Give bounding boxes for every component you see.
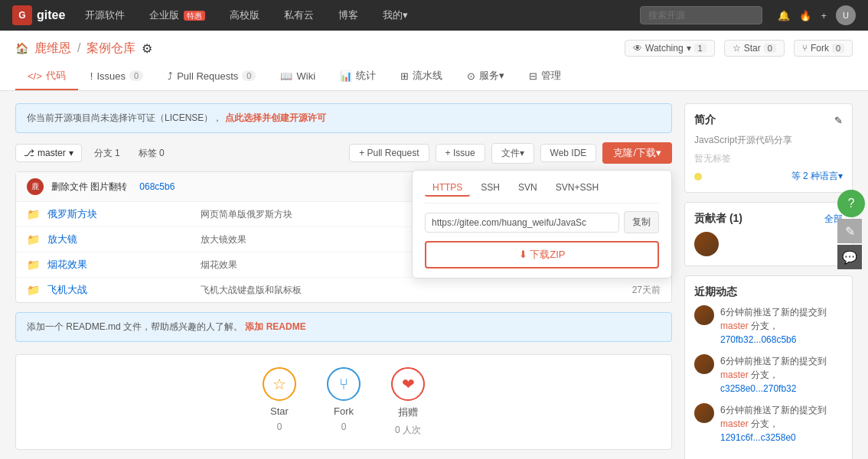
star-icon: ☆ [733,43,741,54]
pipeline-icon: ⊞ [400,70,409,82]
tab-stats[interactable]: 📊 统计 [328,63,388,90]
plus-icon[interactable]: + [821,10,827,21]
branch-selector[interactable]: ⎇ master ▾ [15,144,82,162]
folder-icon: 📁 [27,233,40,246]
license-notice-link[interactable]: 点此选择并创建开源许可 [225,112,326,123]
intro-edit-icon[interactable]: ✎ [834,115,843,126]
repo-owner-link[interactable]: 鹿维恩 [34,41,71,57]
wiki-icon: 📖 [280,70,292,82]
star-label: Star [744,43,761,54]
tab-pullrequests[interactable]: ⤴ Pull Requests 0 [155,64,268,90]
nav-university[interactable]: 高校版 [225,5,264,25]
intro-section: 简介 ✎ JavaScript开源代码分享 暂无标签 等 2 种语言▾ [684,103,853,193]
donate-social-count: 0 人次 [395,424,421,437]
star-button[interactable]: ☆ Star 0 [724,40,785,57]
donate-social-label: 捐赠 [398,405,418,419]
language-bar [694,173,702,181]
activity-sha-link[interactable]: c3258e0...270fb32 [720,383,796,394]
readme-add-link[interactable]: 添加 README [245,321,305,332]
clone-tab-svn[interactable]: SVN [511,180,545,197]
clone-url-row: https://gitee.com/huang_weifu/JavaSc 复制 [425,211,659,233]
user-avatar[interactable]: U [836,5,856,25]
webide-button[interactable]: Web IDE [540,144,597,162]
right-panel: 简介 ✎ JavaScript开源代码分享 暂无标签 等 2 种语言▾ 贡献者 … [684,103,853,459]
issues-icon: ! [90,70,93,82]
search-input[interactable] [640,6,762,24]
fork-button[interactable]: ⑂ Fork 0 [794,40,853,57]
floating-buttons: ? ✎ 💬 [837,190,868,269]
file-name-link[interactable]: 飞机大战 [47,283,201,297]
tab-service[interactable]: ⊙ 服务▾ [455,63,517,90]
language-dropdown[interactable]: 等 2 种语言▾ [791,170,843,183]
commit-message: 删除文件 图片翻转 [51,181,127,194]
activity-text: 6分钟前推送了新的提交到 master 分支， 1291c6f...c3258e… [720,403,843,444]
activity-sha-link[interactable]: 1291c6f...c3258e0 [720,432,796,443]
contributor-avatar[interactable] [694,232,719,256]
logo[interactable]: G gitee [12,5,65,25]
donate-social-icon[interactable]: ❤ [391,367,425,401]
copy-url-button[interactable]: 复制 [624,211,659,233]
fire-icon[interactable]: 🔥 [799,10,811,21]
logo-icon: G [12,5,32,25]
tab-code[interactable]: </> 代码 [15,63,78,90]
file-description: 飞机大战键盘版和鼠标板 [201,284,632,297]
fork-social-icon[interactable]: ⑂ [327,367,361,401]
logo-text: gitee [37,8,65,22]
stats-icon: 📊 [340,70,352,82]
contributors-section: 贡献者 (1) 全部 [684,202,853,266]
intro-header: 简介 ✎ [694,113,843,127]
nav-blog[interactable]: 博客 [334,5,363,25]
tab-manage[interactable]: ⊟ 管理 [517,63,573,90]
commit-author-avatar: 鹿 [27,178,44,195]
fork-count: 0 [832,44,844,53]
bell-icon[interactable]: 🔔 [778,10,790,21]
nav-mine[interactable]: 我的▾ [378,5,413,25]
float-chat-button[interactable]: 💬 [837,245,862,269]
file-button[interactable]: 文件▾ [491,143,534,164]
watch-count: 1 [694,44,706,53]
repo-name-link[interactable]: 案例仓库 [86,41,135,57]
float-help-button[interactable]: ? [837,190,865,217]
pull-request-button[interactable]: + Pull Request [349,144,429,162]
fork-social-count: 0 [341,422,347,432]
clone-tab-svnplusssh[interactable]: SVN+SSH [548,180,606,197]
nav-private-cloud[interactable]: 私有云 [279,5,318,25]
readme-notice: 添加一个 README.md 文件，帮助感兴趣的人了解。 添加 README [15,312,672,342]
pr-badge: 0 [242,70,256,81]
watch-button[interactable]: 👁 Watching ▾ 1 [625,40,715,57]
download-zip-button[interactable]: ⬇ 下载ZIP [425,241,659,269]
branch-name: master [38,148,66,158]
toolbar-right: + Pull Request + Issue 文件▾ Web IDE 克隆/下载… [349,142,672,164]
issue-button[interactable]: + Issue [436,144,485,162]
activity-title: 近期动态 [694,285,737,299]
fork-social-label: Fork [334,405,354,417]
clone-download-button[interactable]: 克隆/下载▾ [602,142,672,164]
float-edit-button[interactable]: ✎ [837,219,862,243]
nav-opensource[interactable]: 开源软件 [80,5,129,25]
branches-count[interactable]: 分支 1 [88,144,126,163]
commit-sha-link[interactable]: 068c5b6 [139,181,175,192]
file-row: 📁 飞机大战 飞机大战键盘版和鼠标板 27天前 [16,278,671,302]
tab-pipeline[interactable]: ⊞ 流水线 [388,63,455,90]
intro-title: 简介 [694,113,716,127]
tab-issues[interactable]: ! Issues 0 [78,64,155,90]
star-social-icon[interactable]: ☆ [263,367,296,401]
repo-settings-icon[interactable]: ⚙ [142,41,152,56]
nav-enterprise[interactable]: 企业版 特惠 [145,5,210,25]
file-name-link[interactable]: 烟花效果 [47,258,201,272]
social-row: ☆ Star 0 ⑂ Fork 0 ❤ 捐赠 0 人次 [15,354,672,450]
repo-title-row: 🏠 鹿维恩 / 案例仓库 ⚙ 👁 Watching ▾ 1 ☆ Star 0 ⑂… [15,40,853,57]
repo-actions: 👁 Watching ▾ 1 ☆ Star 0 ⑂ Fork 0 [625,40,853,57]
clone-tab-https[interactable]: HTTPS [425,180,470,197]
repo-toolbar: ⎇ master ▾ 分支 1 标签 0 + Pull Request + Is… [15,142,672,164]
activity-item: 6分钟前推送了新的提交到 master 分支， 1291c6f...c3258e… [694,403,843,444]
clone-tab-ssh[interactable]: SSH [473,180,507,197]
issues-badge: 0 [129,70,143,81]
file-name-link[interactable]: 俄罗斯方块 [47,207,201,221]
repo-header: 🏠 鹿维恩 / 案例仓库 ⚙ 👁 Watching ▾ 1 ☆ Star 0 ⑂… [0,31,868,91]
file-name-link[interactable]: 放大镜 [47,233,201,246]
tab-wiki[interactable]: 📖 Wiki [268,64,328,90]
contributors-title: 贡献者 (1) [694,212,742,226]
activity-sha-link[interactable]: 270fb32...068c5b6 [720,334,796,345]
tags-count[interactable]: 标签 0 [132,144,171,163]
